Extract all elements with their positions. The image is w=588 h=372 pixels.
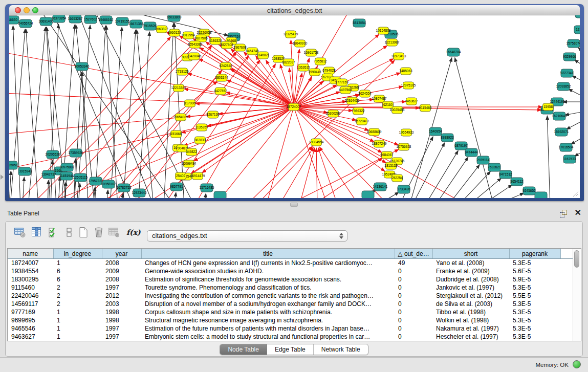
graph-node[interactable]: 3624554 <box>358 90 372 97</box>
table-row[interactable]: 1456911722003Disruption of a novel membe… <box>8 300 573 308</box>
graph-node[interactable]: 62160 <box>383 101 394 108</box>
table-cell[interactable]: 2 <box>53 292 102 300</box>
graph-node[interactable]: 1733426 <box>397 185 410 193</box>
splitter-handle[interactable] <box>290 203 298 207</box>
table-cell[interactable]: 0 <box>395 275 432 283</box>
graph-node[interactable]: 8813054 <box>353 19 366 27</box>
table-cell[interactable]: de Silva et al. (2003) <box>432 300 509 308</box>
graph-node[interactable]: 1815132 <box>384 162 398 169</box>
graph-node[interactable]: 8912954 <box>182 32 195 39</box>
table-cell[interactable]: 0 <box>395 316 432 324</box>
delete-icon[interactable] <box>93 226 105 238</box>
table-cell[interactable]: 14569117 <box>8 300 53 308</box>
graph-node[interactable]: 16630 <box>9 16 19 24</box>
table-cell[interactable]: 9777169 <box>8 308 53 316</box>
table-cell[interactable]: 9115460 <box>8 283 53 292</box>
table-cell[interactable]: Yano et al. (2008) <box>432 259 509 268</box>
table-cell[interactable]: 2012 <box>102 292 141 300</box>
table-row[interactable]: 977716911998Corpus callosum shape and si… <box>8 308 573 316</box>
graph-node[interactable]: 8471512 <box>499 170 512 179</box>
table-cell[interactable]: 0 <box>395 324 432 333</box>
table-cell[interactable]: 0 <box>395 300 432 308</box>
table-scrollbar-thumb[interactable] <box>574 250 579 268</box>
graph-node[interactable]: 391594 <box>18 167 31 176</box>
table-cell[interactable]: 19384554 <box>8 267 53 275</box>
tab-node-table[interactable]: Node Table <box>220 344 267 355</box>
table-row[interactable]: 1830029562008Estimation of significance … <box>8 275 573 283</box>
graph-node[interactable]: 887833 <box>194 137 206 144</box>
graph-node[interactable]: 7955812 <box>314 58 327 65</box>
table-cell[interactable]: 2 <box>53 300 102 308</box>
float-panel-icon[interactable] <box>560 210 568 217</box>
graph-node[interactable]: 9777169 <box>335 79 349 86</box>
graph-node[interactable]: 12505115 <box>73 173 88 182</box>
table-cell[interactable]: 5.3E-5 <box>509 333 560 341</box>
tab-edge-table[interactable]: Edge Table <box>267 344 314 355</box>
table-cell[interactable]: 49 <box>395 259 432 268</box>
graph-node[interactable]: 10154808 <box>376 27 391 34</box>
graph-node[interactable]: 12112 <box>574 26 580 34</box>
graph-node[interactable]: 12213389 <box>171 84 186 92</box>
graph-node[interactable]: 2803144 <box>215 74 228 81</box>
column-header-year[interactable]: year <box>102 249 141 259</box>
graph-node[interactable]: 19384554 <box>309 139 324 146</box>
table-scrollbar[interactable] <box>573 249 581 341</box>
table-cell[interactable]: Changes of HCN gene expression and I(f) … <box>141 259 395 268</box>
table-cell[interactable]: Wolkin et al. (1998) <box>432 316 509 324</box>
table-cell[interactable]: 1997 <box>102 283 141 292</box>
table-cell[interactable]: 1 <box>53 324 102 333</box>
graph-node[interactable]: 1585051 <box>9 161 18 169</box>
table-cell[interactable]: 1 <box>53 316 102 324</box>
close-panel-icon[interactable]: ✕ <box>575 208 581 217</box>
table-cell[interactable]: 1998 <box>102 308 141 316</box>
graph-node[interactable]: 18724007 <box>287 103 301 111</box>
graph-node[interactable]: 549822 <box>186 148 197 156</box>
graph-node[interactable]: 20053346 <box>75 62 90 71</box>
table-cell[interactable]: 2003 <box>102 300 141 308</box>
tab-network-table[interactable]: Network Table <box>314 344 368 355</box>
graph-node[interactable]: 16648784 <box>446 48 461 56</box>
graph-node[interactable]: 25300297 <box>326 110 341 117</box>
table-cell[interactable]: Stergiakouli et al. (2012) <box>432 292 509 300</box>
table-row[interactable]: 969969511998Structural magnetic resonanc… <box>8 316 573 324</box>
graph-node[interactable]: 15716485 <box>200 184 214 192</box>
column-header-title[interactable]: title <box>141 249 395 259</box>
table-cell[interactable]: 18300295 <box>8 275 53 283</box>
graph-node[interactable]: 10719155 <box>115 17 130 26</box>
graph-node[interactable]: 7485063 <box>399 68 412 75</box>
table-cell[interactable]: 1 <box>53 259 102 268</box>
graph-node[interactable]: 16782753 <box>117 184 132 192</box>
graph-node[interactable]: 2087643 <box>575 15 580 18</box>
table-cell[interactable]: Estimation of significance thresholds fo… <box>141 275 395 283</box>
graph-node[interactable]: 19654923 <box>399 129 414 136</box>
graph-node[interactable]: 10973493 <box>391 53 406 60</box>
table-cell[interactable]: 18724007 <box>8 259 53 268</box>
graph-node[interactable]: 9857791 <box>170 183 183 191</box>
graph-node[interactable]: 2935114 <box>477 156 490 164</box>
table-row[interactable]: 911546021997Tourette syndrome. Phenomeno… <box>8 283 573 292</box>
table-cell[interactable]: 1998 <box>102 316 141 324</box>
graph-node[interactable]: 9684067 <box>380 151 394 159</box>
table-cell[interactable]: 5.3E-5 <box>509 300 560 308</box>
graph-node[interactable]: 8427552 <box>214 87 227 95</box>
graph-node[interactable]: 17359926 <box>69 149 83 157</box>
graph-node[interactable]: 1640954 <box>429 127 442 136</box>
graph-node[interactable]: 9463627 <box>405 98 418 105</box>
table-cell[interactable]: Genome-wide association studies in ADHD. <box>141 267 395 275</box>
graph-node[interactable]: 1527602 <box>84 15 97 24</box>
table-cell[interactable]: 0 <box>395 308 432 316</box>
graph-node[interactable]: 6822037 <box>282 59 295 66</box>
graph-node[interactable]: 16914479 <box>190 172 205 180</box>
table-cell[interactable]: Jankovic et al. (1997) <box>432 283 509 292</box>
table-settings-icon[interactable] <box>14 226 26 238</box>
graph-node[interactable]: 9329966 <box>563 53 576 61</box>
graph-node[interactable]: 10025458 <box>390 106 405 114</box>
graph-node[interactable]: 117006 <box>184 100 195 107</box>
graph-node[interactable]: 8267130 <box>206 111 220 118</box>
graph-node[interactable]: 9242848 <box>219 62 232 70</box>
table-cell[interactable]: 9465546 <box>8 324 53 333</box>
split-view-icon[interactable] <box>63 226 75 238</box>
graph-node[interactable]: 16961758 <box>304 49 319 56</box>
graph-node[interactable]: 10688609 <box>367 128 382 136</box>
column-header-out_de[interactable]: △ out_de… <box>395 249 432 259</box>
